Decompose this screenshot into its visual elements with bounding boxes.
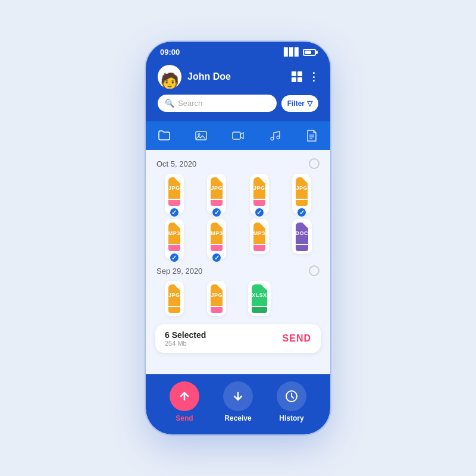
file-type-label: JPG bbox=[296, 185, 308, 191]
section-select-2[interactable] bbox=[309, 265, 320, 276]
username-label: John Doe bbox=[187, 71, 286, 82]
file-card-xlsx-1[interactable]: XLSX bbox=[248, 281, 271, 316]
file-wrapper-4: JPG ✓ bbox=[283, 174, 321, 214]
more-options-icon[interactable]: ⋮ bbox=[308, 70, 318, 83]
battery-icon bbox=[303, 49, 316, 56]
selected-check-3: ✓ bbox=[254, 207, 265, 218]
history-nav-label: History bbox=[279, 414, 303, 422]
status-bar: 09:00 ▋▋▋ bbox=[146, 42, 330, 60]
file-card-mp3-2[interactable]: MP3 ✓ bbox=[207, 219, 226, 259]
selected-check-5: ✓ bbox=[169, 252, 180, 263]
file-type-label: JPG bbox=[211, 292, 223, 298]
date-header-1: Oct 5, 2020 bbox=[155, 158, 321, 169]
svg-point-1 bbox=[198, 134, 200, 136]
file-wrapper-1: JPG ✓ bbox=[155, 174, 193, 214]
selected-check-2: ✓ bbox=[211, 207, 222, 218]
selected-check-6: ✓ bbox=[211, 252, 222, 263]
search-row: 🔍 Search Filter ▽ bbox=[158, 95, 318, 112]
selected-count: 6 Selected bbox=[165, 330, 206, 340]
file-card-jpg-5[interactable]: JPG bbox=[165, 281, 184, 316]
section-select-1[interactable] bbox=[309, 158, 320, 169]
tab-video[interactable] bbox=[227, 127, 249, 144]
nav-receive[interactable]: Receive bbox=[220, 381, 256, 422]
date-section-2: Sep 29, 2020 JPG JPG bbox=[155, 265, 321, 316]
nav-send[interactable]: Send bbox=[167, 381, 202, 422]
tab-images[interactable] bbox=[190, 127, 212, 144]
file-wrapper-9: JPG bbox=[155, 281, 193, 316]
file-wrapper-3: JPG ✓ bbox=[240, 174, 278, 214]
file-type-label: XLSX bbox=[252, 292, 267, 298]
grid-view-icon[interactable] bbox=[292, 71, 302, 82]
status-icons: ▋▋▋ bbox=[284, 48, 316, 57]
avatar: 🧑 bbox=[158, 65, 181, 89]
send-nav-label: Send bbox=[176, 414, 193, 422]
file-card-doc-1[interactable]: DOC bbox=[292, 219, 312, 254]
file-type-label: DOC bbox=[296, 230, 309, 236]
file-type-label: JPG bbox=[253, 185, 265, 191]
file-wrapper-2: JPG ✓ bbox=[198, 174, 236, 214]
selected-size: 254 Mb bbox=[165, 340, 206, 347]
file-wrapper-10: JPG bbox=[198, 281, 236, 316]
file-wrapper-6: MP3 ✓ bbox=[198, 219, 236, 259]
file-wrapper-5: MP3 ✓ bbox=[155, 219, 193, 259]
receive-nav-label: Receive bbox=[224, 414, 251, 422]
time-display: 09:00 bbox=[160, 48, 180, 57]
file-type-label: JPG bbox=[168, 185, 180, 191]
filter-label: Filter bbox=[287, 99, 305, 108]
content-area: Oct 5, 2020 JPG ✓ bbox=[146, 150, 330, 374]
file-card-mp3-3[interactable]: MP3 bbox=[250, 219, 269, 254]
history-nav-icon-wrap bbox=[277, 381, 306, 411]
date-label-1: Oct 5, 2020 bbox=[156, 159, 196, 168]
file-card-jpg-6[interactable]: JPG bbox=[207, 281, 226, 316]
file-type-label: JPG bbox=[211, 185, 223, 191]
nav-history[interactable]: History bbox=[274, 381, 309, 422]
header-icons: ⋮ bbox=[292, 70, 318, 83]
file-wrapper-8: DOC bbox=[283, 219, 321, 259]
search-input-wrap[interactable]: 🔍 Search bbox=[158, 95, 277, 112]
file-card-mp3-1[interactable]: MP3 ✓ bbox=[165, 219, 184, 259]
date-section-1: Oct 5, 2020 JPG ✓ bbox=[155, 158, 321, 259]
file-card-jpg-1[interactable]: JPG ✓ bbox=[165, 174, 184, 214]
receive-nav-icon-wrap bbox=[223, 381, 253, 411]
file-type-label: JPG bbox=[168, 292, 180, 298]
date-label-2: Sep 29, 2020 bbox=[156, 267, 202, 275]
selected-check-1: ✓ bbox=[169, 207, 180, 218]
search-placeholder: Search bbox=[178, 99, 202, 108]
send-button[interactable]: SEND bbox=[283, 333, 311, 344]
file-card-jpg-4[interactable]: JPG ✓ bbox=[292, 174, 311, 214]
file-type-label: MP3 bbox=[168, 230, 180, 236]
file-wrapper-11: XLSX bbox=[240, 281, 278, 316]
file-wrapper-7: MP3 bbox=[240, 219, 278, 259]
filter-button[interactable]: Filter ▽ bbox=[281, 95, 318, 112]
files-grid-2: JPG JPG XLSX bbox=[155, 281, 321, 316]
file-type-label: MP3 bbox=[253, 230, 265, 236]
date-header-2: Sep 29, 2020 bbox=[155, 265, 321, 276]
bottom-nav: Send Receive History bbox=[146, 374, 330, 434]
user-row: 🧑 John Doe ⋮ bbox=[158, 65, 318, 89]
file-card-jpg-2[interactable]: JPG ✓ bbox=[207, 174, 226, 214]
tab-documents[interactable] bbox=[301, 127, 322, 144]
selected-check-4: ✓ bbox=[296, 207, 307, 218]
phone-frame: 09:00 ▋▋▋ 🧑 John Doe ⋮ bbox=[146, 42, 330, 434]
send-nav-icon-wrap bbox=[170, 381, 199, 411]
file-card-jpg-3[interactable]: JPG ✓ bbox=[250, 174, 269, 214]
send-bar: 6 Selected 254 Mb SEND bbox=[155, 324, 321, 353]
file-type-label: MP3 bbox=[211, 230, 223, 236]
filter-icon: ▽ bbox=[307, 99, 312, 108]
signal-icon: ▋▋▋ bbox=[284, 48, 300, 57]
svg-rect-2 bbox=[233, 132, 240, 139]
tab-folder[interactable] bbox=[154, 127, 175, 144]
avatar-image: 🧑 bbox=[160, 73, 179, 89]
search-icon: 🔍 bbox=[165, 99, 174, 108]
files-grid-1: JPG ✓ JPG ✓ bbox=[155, 174, 321, 259]
send-info: 6 Selected 254 Mb bbox=[165, 330, 206, 347]
tab-bar bbox=[146, 121, 330, 150]
tab-music[interactable] bbox=[264, 127, 286, 144]
header: 🧑 John Doe ⋮ 🔍 Search Filter ▽ bbox=[146, 60, 330, 121]
